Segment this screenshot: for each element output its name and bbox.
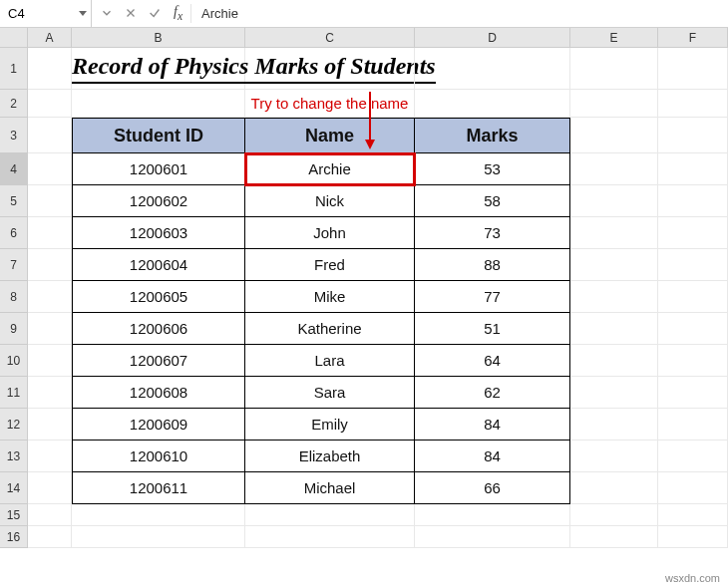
cell-D15[interactable] [415, 504, 570, 526]
cell-B11[interactable]: 1200608 [72, 377, 245, 409]
cell-F4[interactable] [658, 153, 728, 185]
row-header-16[interactable]: 16 [0, 526, 28, 548]
cell-C6[interactable]: John [245, 217, 415, 249]
cell-B8[interactable]: 1200605 [72, 281, 245, 313]
cell-E4[interactable] [570, 153, 658, 185]
row-header-3[interactable]: 3 [0, 118, 28, 153]
cell-A13[interactable] [28, 441, 72, 472]
cell-E13[interactable] [570, 441, 658, 472]
cell-F6[interactable] [658, 217, 728, 249]
cell-B4[interactable]: 1200601 [72, 153, 245, 185]
cell-A10[interactable] [28, 345, 72, 377]
cell-B9[interactable]: 1200606 [72, 313, 245, 345]
cell-E9[interactable] [570, 313, 658, 345]
cell-E7[interactable] [570, 249, 658, 281]
dropdown-icon[interactable] [100, 6, 114, 20]
cell-D16[interactable] [415, 526, 570, 548]
fx-icon[interactable]: fx [174, 4, 182, 23]
cell-B12[interactable]: 1200609 [72, 409, 245, 441]
cell-C12[interactable]: Emily [245, 409, 415, 441]
cell-E5[interactable] [570, 185, 658, 217]
cell-D8[interactable]: 77 [415, 281, 570, 313]
cell-E16[interactable] [570, 526, 658, 548]
row-header-12[interactable]: 12 [0, 409, 28, 441]
cell-D12[interactable]: 84 [415, 409, 570, 441]
cell-C2[interactable]: Try to change the name [245, 90, 415, 118]
row-header-13[interactable]: 13 [0, 441, 28, 472]
cell-A8[interactable] [28, 281, 72, 313]
cell-C16[interactable] [245, 526, 415, 548]
row-header-11[interactable]: 11 [0, 377, 28, 409]
cell-C15[interactable] [245, 504, 415, 526]
col-header-C[interactable]: C [245, 28, 415, 47]
cell-C14[interactable]: Michael [245, 472, 415, 504]
cell-F1[interactable] [658, 48, 728, 90]
cell-C7[interactable]: Fred [245, 249, 415, 281]
row-header-8[interactable]: 8 [0, 281, 28, 313]
col-header-F[interactable]: F [658, 28, 728, 47]
cell-B2[interactable] [72, 90, 245, 118]
row-header-10[interactable]: 10 [0, 345, 28, 377]
cell-D13[interactable]: 84 [415, 441, 570, 472]
header-name[interactable]: Name [245, 118, 415, 153]
row-header-7[interactable]: 7 [0, 249, 28, 281]
cell-A5[interactable] [28, 185, 72, 217]
col-header-A[interactable]: A [28, 28, 72, 47]
cell-F5[interactable] [658, 185, 728, 217]
cell-F7[interactable] [658, 249, 728, 281]
cell-E11[interactable] [570, 377, 658, 409]
cell-E1[interactable] [570, 48, 658, 90]
cell-F10[interactable] [658, 345, 728, 377]
name-box[interactable]: C4 [0, 0, 92, 27]
cell-D1[interactable] [415, 48, 570, 90]
cell-D9[interactable]: 51 [415, 313, 570, 345]
cell-E10[interactable] [570, 345, 658, 377]
cell-B16[interactable] [72, 526, 245, 548]
cell-A1[interactable] [28, 48, 72, 90]
cell-B10[interactable]: 1200607 [72, 345, 245, 377]
cell-F12[interactable] [658, 409, 728, 441]
cell-A12[interactable] [28, 409, 72, 441]
cell-F11[interactable] [658, 377, 728, 409]
formula-input[interactable]: Archie [191, 6, 238, 21]
cell-F2[interactable] [658, 90, 728, 118]
header-marks[interactable]: Marks [415, 118, 570, 153]
cell-E8[interactable] [570, 281, 658, 313]
row-header-9[interactable]: 9 [0, 313, 28, 345]
confirm-icon[interactable] [148, 6, 162, 20]
cell-C1[interactable] [245, 48, 415, 90]
cell-A11[interactable] [28, 377, 72, 409]
cell-C13[interactable]: Elizabeth [245, 441, 415, 472]
cell-D14[interactable]: 66 [415, 472, 570, 504]
col-header-B[interactable]: B [72, 28, 245, 47]
cell-B1[interactable]: Record of Physics Marks of Students [72, 48, 245, 90]
cell-F8[interactable] [658, 281, 728, 313]
cell-A4[interactable] [28, 153, 72, 185]
cell-A2[interactable] [28, 90, 72, 118]
row-header-1[interactable]: 1 [0, 48, 28, 90]
cell-E15[interactable] [570, 504, 658, 526]
cell-E12[interactable] [570, 409, 658, 441]
cell-B5[interactable]: 1200602 [72, 185, 245, 217]
cell-D4[interactable]: 53 [415, 153, 570, 185]
cell-D7[interactable]: 88 [415, 249, 570, 281]
row-header-4[interactable]: 4 [0, 153, 28, 185]
cell-C9[interactable]: Katherine [245, 313, 415, 345]
cell-A7[interactable] [28, 249, 72, 281]
cell-E14[interactable] [570, 472, 658, 504]
cell-E3[interactable] [570, 118, 658, 153]
cell-C5[interactable]: Nick [245, 185, 415, 217]
cell-D11[interactable]: 62 [415, 377, 570, 409]
cell-C10[interactable]: Lara [245, 345, 415, 377]
cell-B13[interactable]: 1200610 [72, 441, 245, 472]
cell-B14[interactable]: 1200611 [72, 472, 245, 504]
cell-A3[interactable] [28, 118, 72, 153]
cell-F14[interactable] [658, 472, 728, 504]
row-header-14[interactable]: 14 [0, 472, 28, 504]
cell-F3[interactable] [658, 118, 728, 153]
cell-D5[interactable]: 58 [415, 185, 570, 217]
cell-B15[interactable] [72, 504, 245, 526]
cell-D6[interactable]: 73 [415, 217, 570, 249]
cell-C8[interactable]: Mike [245, 281, 415, 313]
cell-D10[interactable]: 64 [415, 345, 570, 377]
